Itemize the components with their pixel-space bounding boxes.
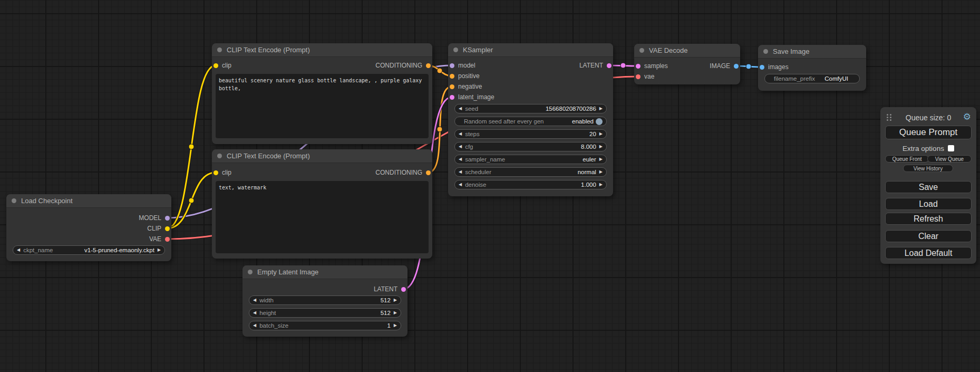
ckpt-name-widget[interactable]: ◀ ckpt_name v1-5-pruned-emaonly.ckpt ▶: [13, 245, 165, 255]
prev-arrow-icon[interactable]: ◀: [253, 298, 256, 302]
prev-arrow-icon[interactable]: ◀: [459, 145, 462, 149]
load-default-button[interactable]: Load Default: [885, 247, 972, 259]
prev-arrow-icon[interactable]: ◀: [253, 311, 256, 315]
extra-options-row: Extra options: [880, 144, 976, 152]
width-widget[interactable]: ◀ width 512 ▶: [249, 295, 401, 305]
collapse-dot-icon[interactable]: [12, 198, 16, 203]
next-arrow-icon[interactable]: ▶: [599, 157, 603, 161]
next-arrow-icon[interactable]: ▶: [599, 170, 603, 174]
prev-arrow-icon[interactable]: ◀: [253, 323, 256, 328]
collapse-dot-icon[interactable]: [453, 47, 458, 52]
node-graph-canvas[interactable]: Load Checkpoint MODEL CLIP VAE ◀ ckpt_na…: [0, 0, 980, 372]
collapse-dot-icon[interactable]: [217, 154, 222, 158]
extra-options-checkbox[interactable]: [948, 145, 954, 151]
latent-output-port[interactable]: [607, 63, 612, 68]
output-conditioning: CONDITIONING: [375, 60, 431, 71]
settings-gear-icon[interactable]: ⚙: [963, 111, 971, 122]
node-empty-latent-image[interactable]: Empty Latent Image LATENT ◀ width 512 ▶ …: [242, 265, 407, 337]
latent-output-port[interactable]: [401, 287, 406, 292]
queue-front-button[interactable]: Queue Front: [885, 155, 929, 163]
latent-image-input-port[interactable]: [450, 95, 454, 100]
prev-arrow-icon[interactable]: ◀: [459, 183, 462, 187]
next-arrow-icon[interactable]: ▶: [394, 298, 397, 302]
image-output-port[interactable]: [734, 64, 739, 69]
toggle-dot-icon[interactable]: [596, 118, 603, 125]
node-title-bar: Load Checkpoint: [6, 194, 171, 208]
next-arrow-icon[interactable]: ▶: [394, 311, 397, 315]
queue-prompt-button[interactable]: Queue Prompt: [885, 126, 972, 139]
link-dot-conditioning-positive: [437, 68, 442, 73]
model-input-port[interactable]: [450, 63, 454, 68]
link-dot-clip-negative: [189, 198, 194, 203]
clear-button[interactable]: Clear: [885, 230, 972, 242]
seed-widget[interactable]: ◀ seed 156680208700286 ▶: [454, 104, 607, 113]
collapse-dot-icon[interactable]: [248, 270, 253, 274]
link-dot-clip-positive: [189, 144, 194, 149]
node-ksampler[interactable]: KSampler model positive negative latent_…: [448, 43, 613, 196]
collapse-dot-icon[interactable]: [763, 49, 768, 54]
node-vae-decode[interactable]: VAE Decode samples vae IMAGE: [634, 44, 740, 84]
next-arrow-icon[interactable]: ▶: [599, 107, 603, 111]
node-title-bar: VAE Decode: [634, 44, 740, 58]
view-history-button[interactable]: View History: [903, 165, 953, 172]
clip-output-port[interactable]: [165, 226, 170, 231]
batch-size-widget[interactable]: ◀ batch_size 1 ▶: [249, 321, 401, 330]
node-title-bar: CLIP Text Encode (Prompt): [212, 43, 432, 57]
drag-handle-icon[interactable]: [887, 114, 888, 116]
node-clip-text-encode-positive[interactable]: CLIP Text Encode (Prompt) clip CONDITION…: [212, 43, 432, 144]
input-vae: vae: [636, 71, 654, 82]
negative-prompt-textarea[interactable]: text, watermark: [216, 181, 429, 253]
next-arrow-icon[interactable]: ▶: [599, 183, 603, 187]
sampler-name-widget[interactable]: ◀ sampler_name euler ▶: [454, 155, 607, 164]
next-arrow-icon[interactable]: ▶: [158, 248, 161, 252]
node-title-bar: KSampler: [448, 43, 613, 57]
images-input-port[interactable]: [760, 65, 764, 70]
next-arrow-icon[interactable]: ▶: [599, 132, 603, 136]
prev-arrow-icon[interactable]: ◀: [459, 107, 462, 111]
height-widget[interactable]: ◀ height 512 ▶: [249, 308, 401, 318]
samples-input-port[interactable]: [636, 64, 641, 69]
view-queue-button[interactable]: View Queue: [927, 155, 972, 163]
prev-arrow-icon[interactable]: ◀: [459, 170, 462, 174]
node-title: CLIP Text Encode (Prompt): [227, 152, 310, 160]
vae-output-port[interactable]: [165, 237, 170, 242]
positive-prompt-textarea[interactable]: beautiful scenery nature glass bottle la…: [216, 74, 429, 138]
collapse-dot-icon[interactable]: [217, 47, 222, 52]
load-button[interactable]: Load: [885, 198, 972, 210]
negative-input-port[interactable]: [450, 84, 454, 89]
positive-input-port[interactable]: [450, 74, 454, 79]
vae-input-port[interactable]: [636, 74, 641, 79]
clip-input-port[interactable]: [214, 63, 218, 68]
output-image: IMAGE: [710, 61, 739, 71]
prev-arrow-icon[interactable]: ◀: [17, 248, 20, 252]
output-latent: LATENT: [374, 284, 406, 294]
model-output-port[interactable]: [165, 216, 170, 221]
node-load-checkpoint[interactable]: Load Checkpoint MODEL CLIP VAE ◀ ckpt_na…: [6, 194, 171, 261]
save-button[interactable]: Save: [885, 181, 972, 193]
random-seed-toggle-widget[interactable]: Random seed after every gen enabled: [454, 117, 607, 126]
node-title-bar: Empty Latent Image: [242, 265, 407, 279]
conditioning-output-port[interactable]: [426, 170, 431, 175]
next-arrow-icon[interactable]: ▶: [394, 323, 397, 328]
next-arrow-icon[interactable]: ▶: [599, 145, 603, 149]
filename-prefix-widget[interactable]: filename_prefix ComfyUI: [764, 74, 860, 83]
node-title: Empty Latent Image: [257, 268, 318, 276]
prev-arrow-icon[interactable]: ◀: [459, 157, 462, 161]
clip-input-port[interactable]: [214, 170, 218, 175]
input-images: images: [760, 62, 789, 72]
node-save-image[interactable]: Save Image images filename_prefix ComfyU…: [758, 45, 866, 91]
queue-panel: Queue size: 0 ⚙ Queue Prompt Extra optio…: [880, 107, 976, 264]
input-samples: samples: [636, 61, 668, 71]
input-latent-image: latent_image: [450, 92, 494, 102]
scheduler-widget[interactable]: ◀ scheduler normal ▶: [454, 167, 607, 177]
node-clip-text-encode-negative[interactable]: CLIP Text Encode (Prompt) clip CONDITION…: [212, 149, 432, 259]
cfg-widget[interactable]: ◀ cfg 8.000 ▶: [454, 142, 607, 151]
steps-widget[interactable]: ◀ steps 20 ▶: [454, 129, 607, 139]
output-clip: CLIP: [147, 223, 170, 234]
denoise-widget[interactable]: ◀ denoise 1.000 ▶: [454, 180, 607, 189]
prev-arrow-icon[interactable]: ◀: [459, 132, 462, 136]
output-model: MODEL: [139, 213, 170, 223]
refresh-button[interactable]: Refresh: [885, 213, 972, 225]
conditioning-output-port[interactable]: [426, 63, 431, 68]
collapse-dot-icon[interactable]: [639, 48, 644, 53]
